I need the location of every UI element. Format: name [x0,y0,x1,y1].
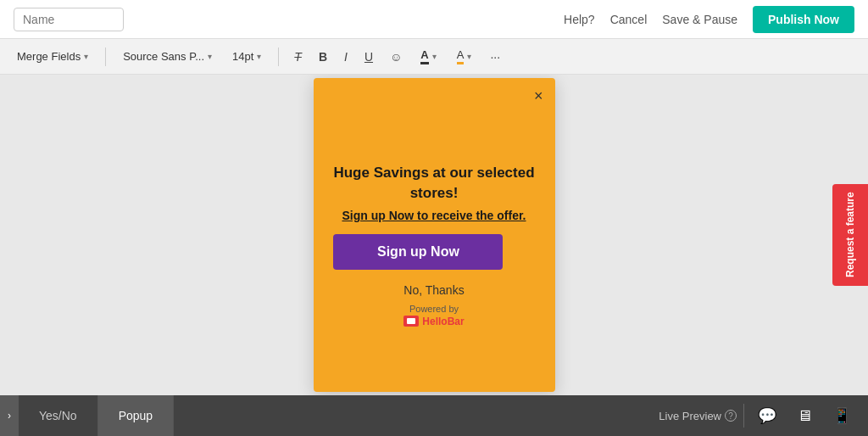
strikethrough-button[interactable]: T [289,47,307,67]
merge-fields-dropdown[interactable]: Merge Fields ▾ [10,47,95,66]
chat-icon: 💬 [758,406,776,425]
desktop-icon: 🖥 [797,407,812,425]
bottom-divider-1 [743,404,744,428]
header-bar: Help? Cancel Save & Pause Publish Now [0,0,868,39]
font-family-label: Source Sans P... [123,50,204,63]
font-color-chevron-icon: ▾ [432,52,437,61]
bold-icon: B [319,50,327,64]
popup-headline: Huge Savings at our selected stores! [333,163,534,204]
publish-now-button[interactable]: Publish Now [753,6,854,33]
header-right: Help? Cancel Save & Pause Publish Now [564,6,854,33]
canvas-area: × Huge Savings at our selected stores! S… [0,75,868,395]
signup-button[interactable]: Sign up Now [333,234,503,270]
mobile-icon-button[interactable]: 📱 [826,403,858,428]
powered-by: Powered by HelloBar [333,304,534,327]
request-feature-wrapper: Request a feature [832,184,868,286]
emoji-button[interactable]: ☺ [385,47,407,67]
popup-close-button[interactable]: × [534,88,543,103]
bottom-tabs: Yes/No Popup [19,395,174,436]
toolbar-separator-2 [278,48,279,66]
expand-arrow-icon: › [8,410,11,422]
save-pause-button[interactable]: Save & Pause [662,13,737,26]
mobile-icon: 📱 [832,406,851,425]
underline-icon: U [364,50,373,64]
highlight-icon: A [457,48,465,64]
live-preview-label: Live Preview [659,410,721,422]
popup-subtext: Sign up Now to receive the offer. [333,209,534,222]
font-size-label: 14pt [232,50,253,63]
highlight-chevron-icon: ▾ [467,52,471,61]
help-link[interactable]: Help? [564,13,595,26]
strikethrough-icon: T [294,50,302,64]
powered-by-text: Powered by [409,304,459,314]
bottom-right-controls: Live Preview ? 💬 🖥 📱 [659,403,868,428]
emoji-icon: ☺ [390,50,402,64]
live-preview-button[interactable]: Live Preview ? [659,410,737,422]
hellobar-logo: HelloBar [403,316,464,327]
merge-fields-chevron-icon: ▾ [84,52,88,61]
bottom-bar: › Yes/No Popup Live Preview ? 💬 🖥 📱 [0,395,868,436]
font-color-dropdown[interactable]: A ▾ [414,45,442,68]
italic-button[interactable]: I [339,47,353,67]
font-size-dropdown[interactable]: 14pt ▾ [225,47,268,66]
hellobar-icon [403,316,419,327]
live-preview-info-icon[interactable]: ? [725,410,737,422]
header-left [14,8,124,31]
bottom-expand-button[interactable]: › [0,395,19,436]
tab-yes-no[interactable]: Yes/No [19,395,98,436]
popup-card: × Huge Savings at our selected stores! S… [314,78,555,392]
cancel-button[interactable]: Cancel [610,13,648,26]
toolbar-separator-1 [105,48,106,66]
merge-fields-label: Merge Fields [17,50,81,63]
tab-popup[interactable]: Popup [98,395,174,436]
more-options-icon: ··· [490,50,500,64]
name-input[interactable] [14,8,124,31]
no-thanks-link[interactable]: No, Thanks [333,283,534,297]
font-color-icon: A [420,48,428,64]
hellobar-icon-inner [407,318,415,324]
highlight-dropdown[interactable]: A ▾ [450,45,479,68]
desktop-icon-button[interactable]: 🖥 [790,404,819,428]
bold-button[interactable]: B [314,47,332,67]
more-options-button[interactable]: ··· [485,47,505,67]
font-family-dropdown[interactable]: Source Sans P... ▾ [116,47,219,66]
hellobar-brand-name: HelloBar [422,316,464,327]
chat-icon-button[interactable]: 💬 [751,403,783,428]
italic-icon: I [344,50,348,64]
underline-button[interactable]: U [359,47,378,67]
font-size-chevron-icon: ▾ [257,52,261,61]
popup-content: Huge Savings at our selected stores! Sig… [333,163,534,327]
toolbar-bar: Merge Fields ▾ Source Sans P... ▾ 14pt ▾… [0,39,868,75]
request-feature-button[interactable]: Request a feature [832,184,868,286]
font-family-chevron-icon: ▾ [208,52,212,61]
